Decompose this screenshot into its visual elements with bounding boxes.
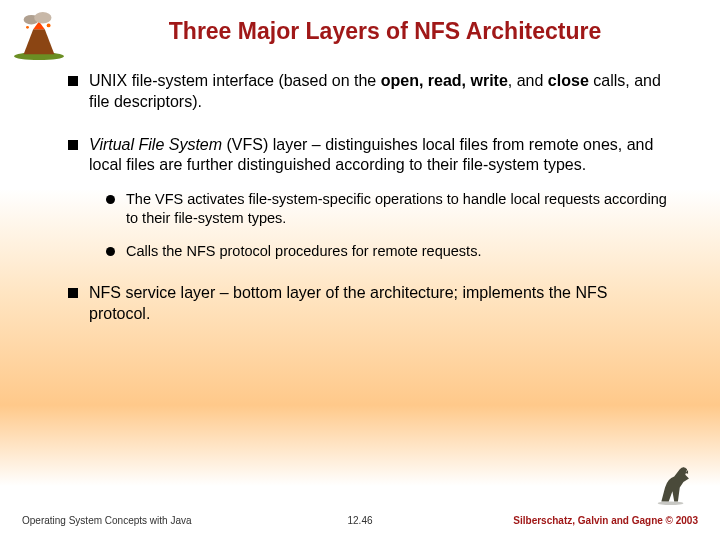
slide-title: Three Major Layers of NFS Architecture: [90, 18, 680, 45]
svg-point-4: [26, 26, 29, 29]
square-bullet-icon: [68, 288, 78, 298]
svg-point-3: [47, 24, 51, 28]
square-bullet-icon: [68, 76, 78, 86]
bullet-vfs-layer: Virtual File System (VFS) layer – distin…: [68, 135, 672, 177]
bullet-text: Calls the NFS protocol procedures for re…: [126, 242, 481, 261]
bullet-nfs-service-layer: NFS service layer – bottom layer of the …: [68, 283, 672, 325]
footer: Operating System Concepts with Java 12.4…: [0, 515, 720, 526]
footer-authors: Silberschatz, Galvin and Gagne © 2003: [513, 515, 698, 526]
bullet-text: NFS service layer – bottom layer of the …: [89, 283, 672, 325]
svg-point-2: [34, 12, 51, 24]
volcano-icon: [10, 12, 68, 60]
sub-bullet-vfs-local: The VFS activates file-system-specific o…: [106, 190, 672, 228]
bullet-unix-layer: UNIX file-system interface (based on the…: [68, 71, 672, 113]
disc-bullet-icon: [106, 247, 115, 256]
svg-point-5: [658, 501, 684, 505]
footer-book-title: Operating System Concepts with Java: [22, 515, 192, 526]
footer-page-number: 12.46: [347, 515, 372, 526]
bullet-text: The VFS activates file-system-specific o…: [126, 190, 672, 228]
bullet-text: UNIX file-system interface (based on the…: [89, 71, 672, 113]
disc-bullet-icon: [106, 195, 115, 204]
bullet-text: Virtual File System (VFS) layer – distin…: [89, 135, 672, 177]
dinosaur-icon: [654, 460, 700, 506]
sub-bullet-vfs-remote: Calls the NFS protocol procedures for re…: [106, 242, 672, 261]
square-bullet-icon: [68, 140, 78, 150]
slide: Three Major Layers of NFS Architecture U…: [0, 0, 720, 540]
content-area: UNIX file-system interface (based on the…: [40, 71, 680, 324]
